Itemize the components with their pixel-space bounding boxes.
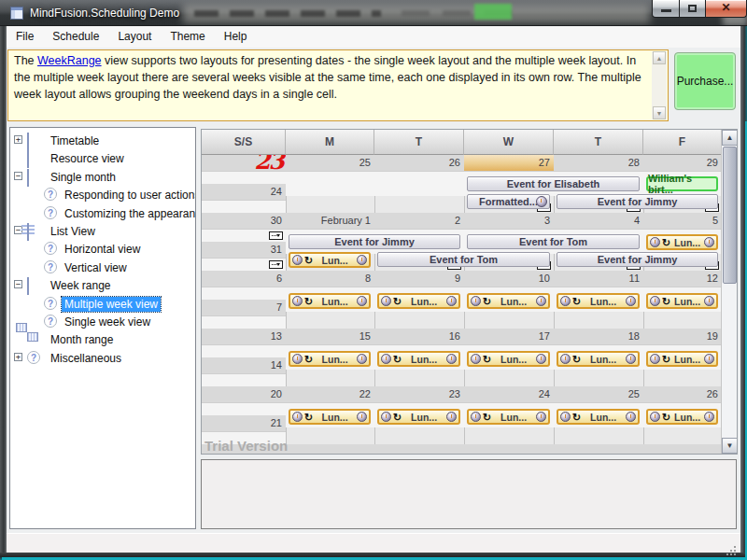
day-cell-sunday[interactable]: 7: [202, 300, 286, 316]
day-cell-saturday[interactable]: 6: [202, 271, 286, 287]
day-cell[interactable]: 27: [464, 155, 554, 172]
tree-item-single-week-view[interactable]: ?Single week view: [10, 313, 195, 330]
tree-label[interactable]: Customizing the appearance: [62, 206, 196, 221]
day-cell[interactable]: 15: [286, 329, 374, 345]
event-event-for-jimmy[interactable]: Event for Jimmy: [289, 234, 460, 249]
calendar-scrollbar[interactable]: ▲ ▼: [721, 130, 737, 454]
event-event-for-jimmy[interactable]: Event for Jimmy: [557, 194, 718, 209]
scroll-down-icon[interactable]: ▼: [722, 438, 738, 454]
tree-label[interactable]: Responding to user actions: [62, 188, 196, 203]
event-event-for-tom[interactable]: Event for Tom: [467, 234, 640, 249]
day-event-area[interactable]: [286, 172, 374, 196]
day-cell[interactable]: 4: [554, 213, 643, 230]
tree-item-horizontal-view[interactable]: ?Horizontal view: [10, 240, 195, 258]
day-cell-saturday[interactable]: 23: [202, 155, 286, 172]
resize-grip[interactable]: [734, 546, 736, 548]
purchase-button[interactable]: Purchase...: [674, 52, 736, 110]
day-cell[interactable]: 10: [464, 271, 554, 287]
event-lun[interactable]: ↻Lun...: [467, 351, 550, 367]
more-events-indicator[interactable]: [269, 260, 283, 269]
tree-item-single-month[interactable]: −Single month: [10, 168, 195, 186]
tree-label[interactable]: Multiple week view: [62, 297, 161, 312]
expand-icon[interactable]: +: [14, 353, 22, 361]
event-lun[interactable]: ↻Lun...: [557, 293, 640, 309]
weekrange-link[interactable]: WeekRange: [37, 54, 102, 67]
day-cell[interactable]: [286, 444, 374, 455]
tree-item-multiple-week-view[interactable]: ?Multiple week view: [10, 295, 195, 313]
menu-item-schedule[interactable]: Schedule: [43, 26, 108, 46]
day-cell-sunday[interactable]: 14: [202, 357, 286, 374]
expand-icon[interactable]: +: [14, 135, 22, 144]
day-cell[interactable]: 26: [374, 155, 464, 172]
event-lun[interactable]: ↻Lun...: [289, 409, 371, 425]
day-cell[interactable]: 3: [464, 213, 554, 230]
menu-item-theme[interactable]: Theme: [161, 26, 214, 46]
day-cell[interactable]: 22: [286, 386, 374, 403]
day-cell-saturday[interactable]: 20: [202, 386, 286, 403]
event-lun[interactable]: ↻Lun...: [377, 351, 460, 367]
tree-item-timetable[interactable]: +Timetable: [10, 132, 195, 149]
event-lun[interactable]: ↻Lun...: [289, 293, 371, 309]
menu-item-layout[interactable]: Layout: [108, 26, 161, 46]
tree-label[interactable]: Month range: [48, 332, 116, 347]
event-event-for-tom[interactable]: Event for Tom: [377, 252, 550, 267]
tree-item-week-range[interactable]: −Week range: [10, 276, 195, 294]
tree-label[interactable]: Timetable: [48, 133, 102, 148]
scroll-up-icon[interactable]: ▲: [722, 130, 738, 146]
tree-item-responding-to-user-actions[interactable]: ?Responding to user actions: [10, 186, 195, 203]
event-lun[interactable]: ↻Lun...: [646, 409, 718, 425]
tree-label[interactable]: Single week view: [62, 315, 153, 329]
tree-label[interactable]: Resource view: [48, 151, 127, 166]
maximize-button[interactable]: [680, 0, 706, 18]
event-lun[interactable]: ↻Lun...: [467, 409, 550, 425]
day-cell[interactable]: 24: [464, 386, 554, 403]
tree-label[interactable]: Week range: [48, 278, 113, 293]
more-events-indicator[interactable]: [269, 231, 283, 240]
tree-label[interactable]: Horizontal view: [62, 242, 143, 257]
minimize-button[interactable]: [652, 0, 680, 18]
title-bar[interactable]: MindFusion.Scheduling Demo ✕: [0, 0, 747, 26]
day-cell[interactable]: 17: [464, 329, 554, 345]
day-cell[interactable]: 5: [643, 213, 722, 230]
day-cell[interactable]: [464, 444, 554, 455]
event-lun[interactable]: ↻Lun...: [467, 293, 550, 309]
day-cell[interactable]: February 1: [286, 213, 374, 230]
day-event-area[interactable]: [374, 172, 464, 196]
tree-item-vertical-view[interactable]: ?Vertical view: [10, 259, 195, 276]
day-cell[interactable]: 9: [374, 271, 464, 287]
calendar-view[interactable]: S/SMTWTF232425262728293031February 12345…: [201, 129, 738, 455]
day-cell[interactable]: 26: [643, 386, 722, 403]
day-cell[interactable]: 28: [554, 155, 643, 172]
day-cell[interactable]: 19: [643, 329, 722, 345]
day-cell[interactable]: 23: [374, 386, 464, 403]
day-cell[interactable]: 25: [554, 386, 643, 403]
menu-item-help[interactable]: Help: [215, 26, 257, 46]
day-cell[interactable]: 12: [643, 271, 722, 287]
event-formatted[interactable]: Formatted...: [467, 194, 550, 209]
tree-label[interactable]: Vertical view: [62, 260, 130, 275]
collapse-icon[interactable]: −: [14, 280, 22, 288]
day-cell[interactable]: [554, 444, 643, 455]
event-william-s-birt[interactable]: William's birt...: [646, 176, 718, 191]
day-cell[interactable]: 29: [643, 155, 722, 172]
day-cell-sunday[interactable]: 31: [202, 242, 286, 259]
event-lun[interactable]: ↻Lun...: [646, 293, 718, 309]
event-lun[interactable]: ↻Lun...: [646, 351, 718, 367]
tree-item-miscellaneous[interactable]: +?Miscellaneous: [10, 349, 195, 367]
day-cell[interactable]: [643, 444, 722, 455]
info-scrollbar[interactable]: ▲ ▼: [652, 51, 667, 119]
tree-item-month-range[interactable]: Month range: [10, 330, 195, 348]
event-lun[interactable]: ↻Lun...: [377, 293, 460, 309]
tree-label[interactable]: List View: [48, 224, 98, 239]
tree-item-customizing-the-appearance[interactable]: ?Customizing the appearance: [10, 204, 195, 222]
close-button[interactable]: ✕: [706, 0, 747, 18]
event-lun[interactable]: ↻Lun...: [557, 351, 640, 367]
event-event-for-elisabeth[interactable]: Event for Elisabeth: [467, 176, 640, 191]
event-lun[interactable]: ↻Lun...: [289, 252, 371, 268]
day-cell[interactable]: 16: [374, 329, 464, 345]
day-cell-sunday[interactable]: 21: [202, 415, 286, 432]
day-cell[interactable]: 18: [554, 329, 643, 345]
tree-item-list-view[interactable]: −List View: [10, 222, 195, 240]
day-cell[interactable]: [374, 444, 464, 455]
tree-label[interactable]: Single month: [48, 170, 119, 185]
